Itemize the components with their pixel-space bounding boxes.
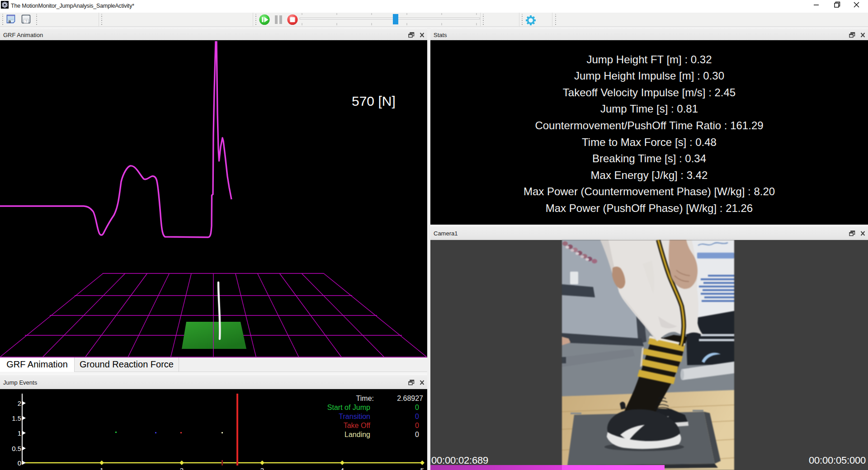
svg-text:2: 2 bbox=[18, 400, 21, 407]
svg-text:570 [N]: 570 [N] bbox=[352, 94, 396, 108]
svg-text:2: 2 bbox=[180, 466, 184, 470]
svg-text:Time:: Time: bbox=[356, 395, 374, 402]
svg-text:Take Off: Take Off bbox=[344, 422, 371, 429]
svg-text:0: 0 bbox=[415, 431, 419, 438]
svg-text:0.5: 0.5 bbox=[12, 445, 21, 452]
svg-text:1: 1 bbox=[100, 466, 104, 470]
svg-text:3: 3 bbox=[260, 466, 264, 470]
svg-text:1: 1 bbox=[18, 429, 21, 437]
svg-text:1.5: 1.5 bbox=[12, 414, 21, 422]
svg-text:?: ? bbox=[25, 19, 27, 24]
svg-text:0: 0 bbox=[415, 404, 419, 411]
svg-text:4: 4 bbox=[340, 466, 344, 470]
svg-text:0: 0 bbox=[415, 422, 419, 429]
svg-text:Start of Jump: Start of Jump bbox=[327, 404, 370, 411]
svg-text:0: 0 bbox=[415, 413, 419, 420]
svg-text:0: 0 bbox=[18, 459, 21, 467]
svg-text:2.68927: 2.68927 bbox=[397, 395, 423, 402]
svg-text:5: 5 bbox=[420, 466, 424, 470]
svg-text:Transition: Transition bbox=[339, 413, 370, 420]
svg-text:Landing: Landing bbox=[344, 431, 370, 438]
